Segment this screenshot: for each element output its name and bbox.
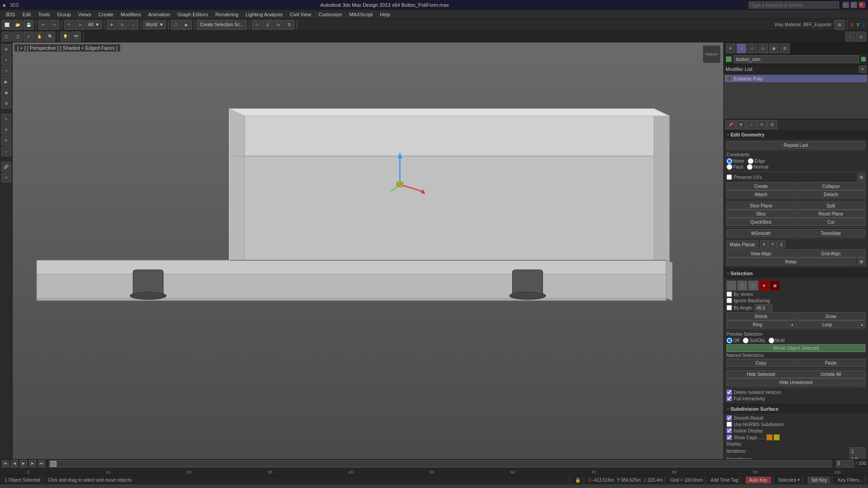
vp-max-btn[interactable]: ⊐ [13,32,23,42]
angle-snap[interactable]: ∡ [263,20,273,30]
select-move-btn[interactable]: ✛ [107,20,117,30]
search-input[interactable] [749,1,839,9]
select-tool[interactable]: ↖ [1,114,11,124]
make-planar-btn[interactable]: Make Planar [726,240,758,249]
menu-item-8[interactable]: Graph Editors [174,11,212,18]
loop-btn[interactable]: Loop [797,320,859,328]
preview-multi[interactable]: Multi [769,338,785,343]
play-end-btn[interactable]: ⏭ [38,460,45,467]
modify-panel-btn[interactable]: ⌖ [736,43,746,53]
cage-color-2[interactable] [774,434,780,441]
menu-item-2[interactable]: Tools [34,11,53,18]
viewport-nav-cube[interactable]: PERSP [703,45,721,63]
mod-funnel-btn[interactable]: ▼ [736,120,746,129]
vp-pan-btn[interactable]: ✋ [34,32,44,42]
preserve-uvs-checkbox[interactable] [726,174,732,180]
set-key-btn[interactable]: Set Key [808,477,830,483]
subdiv-header[interactable]: − Subdivision Surface [724,404,868,413]
render-setup-btn[interactable]: ⬡ [171,20,181,30]
orbit-sel-btn[interactable]: ◎ [856,32,866,42]
x-axis-btn[interactable]: X [849,22,854,28]
collapse-btn[interactable]: Collapse [797,182,866,190]
show-cage-checkbox[interactable] [726,435,732,440]
repeat-last-btn[interactable]: Repeat Last [726,141,865,149]
display-panel-btn[interactable]: ◉ [769,43,779,53]
by-angle-input[interactable] [755,304,773,311]
key-filters-btn[interactable]: Key Filters... [838,478,863,483]
quickslice-btn[interactable]: QuickSlice [726,218,796,226]
preserve-uvs-settings[interactable]: ⚙ [857,173,865,181]
selection-header[interactable]: − Selection [724,269,868,278]
paste-sel-btn[interactable]: Paste [797,359,866,367]
edit-geometry-header[interactable]: − Edit Geometry [724,130,868,139]
unlink-tool[interactable]: ✂ [1,173,11,183]
scale-tool[interactable]: ⌂ [1,146,11,156]
hierarchy-panel-btn[interactable]: ⊹ [747,43,757,53]
tessellate-btn[interactable]: Tessellate [797,229,866,237]
utilities-panel-btn[interactable]: ⚙ [780,43,790,53]
motion-panel-btn[interactable]: ▷ [758,43,768,53]
selected-dropdown[interactable]: ▼ [797,478,800,482]
cut-btn[interactable]: Cut [797,218,866,226]
cage-color-1[interactable] [766,434,773,441]
constraint-none[interactable]: None [726,158,744,164]
motion-tool[interactable]: ▶ [1,77,11,87]
mod-remove-btn[interactable]: ✕ [757,120,767,129]
sel-border-btn[interactable]: □ [748,281,758,291]
viewport[interactable]: [ + ] [ Perspective ] [ Shaded + Edged F… [13,42,723,459]
hide-unselected-btn[interactable]: Hide Unselected [726,378,865,386]
sel-element-btn[interactable]: ▣ [770,281,780,291]
menu-item-9[interactable]: Rendering [212,11,242,18]
prev-frame-btn[interactable]: ◀ [11,460,18,467]
sel-vertex-btn[interactable]: · [726,281,736,291]
menu-item-3[interactable]: Group [53,11,75,18]
menu-item-13[interactable]: MAXScript [345,11,376,18]
modify-tool[interactable]: ⌖ [1,55,11,65]
create-sel-btn[interactable]: Create Selection Sc... [197,20,247,30]
constraint-edge[interactable]: Edge [748,158,765,164]
menu-item-10[interactable]: Lighting Analysis [242,11,286,18]
constraint-normal[interactable]: Normal [747,164,768,170]
display-iter-input[interactable] [849,447,865,455]
modifier-checkbox[interactable] [726,76,732,81]
select-rotate-btn[interactable]: ↻ [118,20,127,30]
relax-btn[interactable]: Relax [726,258,855,266]
play-btn[interactable]: ▶ [20,460,27,467]
play-back-btn[interactable]: ⏮ [2,460,9,467]
menu-item-6[interactable]: Modifiers [117,11,145,18]
y-axis-btn[interactable]: Y [855,22,860,28]
mod-pin-btn[interactable]: 📌 [726,120,736,129]
object-color-swatch[interactable] [726,56,732,62]
save-btn[interactable]: 💾 [24,20,33,30]
select-scale-btn[interactable]: ⌂ [128,20,138,30]
smooth-result-checkbox[interactable] [726,415,732,421]
snap-toggle[interactable]: ⊹ [252,20,262,30]
reset-plane-btn[interactable]: Reset Plane [797,210,866,218]
detach-btn[interactable]: Detach [797,190,866,198]
autokey-btn[interactable]: Auto Key [746,477,771,483]
constraint-face[interactable]: Face [726,164,743,170]
open-btn[interactable]: 📂 [13,20,23,30]
y-coord-btn[interactable]: Y [769,240,777,249]
x-coord-btn[interactable]: X [760,240,768,249]
relax-settings[interactable]: ⚙ [857,258,865,266]
menu-item-14[interactable]: Help [376,11,394,18]
loop-spinner-up[interactable]: ▲ [859,320,865,328]
ring-btn[interactable]: Ring [726,320,788,328]
grow-btn[interactable]: Grow [797,312,866,320]
undo-btn[interactable]: ↩ [38,20,48,30]
vp-min-btn[interactable]: ⊏ [2,32,12,42]
z-axis-btn[interactable]: Z [861,22,866,28]
display-smooth-input[interactable] [849,455,865,459]
app-menu-3ds[interactable]: 3DS [8,3,20,8]
utilities-tool[interactable]: ⚙ [1,99,11,108]
full-interactivity-checkbox[interactable] [726,396,732,401]
rotate-tool[interactable]: ↻ [1,136,11,145]
by-vertex-checkbox[interactable] [726,291,732,297]
shrink-btn[interactable]: Shrink [726,312,796,320]
redo-btn[interactable]: ↪ [49,20,59,30]
split-btn[interactable]: Split [797,202,866,210]
select-name-btn[interactable]: A [75,20,85,30]
object-name-field[interactable] [734,55,859,63]
render-btn[interactable]: ▶ [182,20,192,30]
